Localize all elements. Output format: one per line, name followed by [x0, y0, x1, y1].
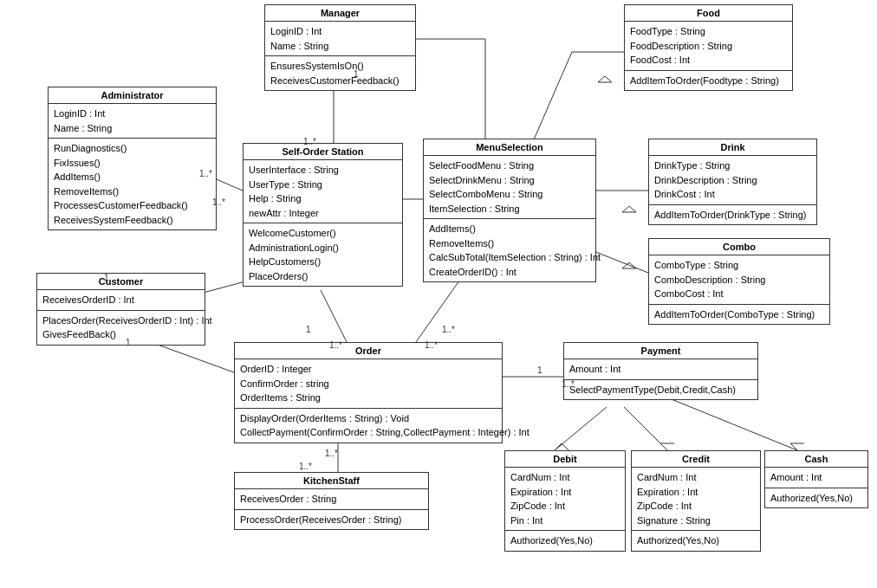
manager-attr-1: Name : String	[270, 39, 410, 54]
ms-method-3: CreateOrderID() : Int	[429, 265, 590, 280]
credit-method-0: Authorized(Yes,No)	[637, 533, 755, 548]
ks-method-0: ProcessOrder(ReceivesOrder : String)	[240, 513, 423, 527]
manager-attr-0: LoginID : Int	[270, 24, 410, 39]
customer-methods: PlacesOrder(ReceivesOrderID : Int) : Int…	[37, 311, 205, 345]
combo-class: Combo ComboType : String ComboDescriptio…	[648, 238, 830, 325]
credit-methods: Authorized(Yes,No)	[632, 531, 760, 551]
drink-title: Drink	[649, 139, 816, 156]
order-title: Order	[235, 343, 502, 359]
credit-class: Credit CardNum : Int Expiration : Int Zi…	[631, 450, 761, 552]
combo-methods: AddItemToOrder(ComboType : String)	[649, 305, 829, 325]
customer-method-1: GivesFeedBack()	[42, 327, 199, 342]
svg-line-15	[555, 407, 607, 450]
ms-method-0: AddItems()	[429, 222, 590, 236]
menu-selection-title: MenuSelection	[424, 139, 595, 156]
combo-title: Combo	[649, 239, 829, 255]
food-methods: AddItemToOrder(Foodtype : String)	[625, 71, 792, 91]
cash-method-0: Authorized(Yes,No)	[770, 491, 862, 506]
combo-attr-1: ComboDescription : String	[654, 273, 824, 288]
debit-attrs: CardNum : Int Expiration : Int ZipCode :…	[505, 468, 625, 531]
multiplicity-sos-order-1star: 1..*	[329, 340, 342, 350]
credit-attr-0: CardNum : Int	[637, 470, 755, 485]
order-attr-0: OrderID : Integer	[240, 362, 497, 377]
sos-attr-3: newAttr : Integer	[249, 206, 397, 221]
administrator-attrs: LoginID : Int Name : String	[49, 104, 216, 139]
payment-class: Payment Amount : Int SelectPaymentType(D…	[563, 342, 758, 400]
payment-method-0: SelectPaymentType(Debit,Credit,Cash)	[569, 383, 752, 397]
food-attrs: FoodType : String FoodDescription : Stri…	[625, 22, 792, 71]
ms-attr-2: SelectComboMenu : String	[429, 187, 590, 202]
debit-methods: Authorized(Yes,No)	[505, 531, 625, 551]
sos-attr-2: Help : String	[249, 191, 397, 206]
cash-attr-0: Amount : Int	[770, 470, 862, 485]
payment-attrs: Amount : Int	[564, 359, 757, 380]
uml-diagram: Manager LoginID : Int Name : String Ensu…	[0, 0, 877, 588]
debit-attr-3: Pin : Int	[510, 514, 620, 528]
administrator-class: Administrator LoginID : Int Name : Strin…	[48, 87, 217, 230]
administrator-method-4: ProcessesCustomerFeedback()	[54, 198, 211, 213]
combo-attr-0: ComboType : String	[654, 258, 824, 273]
food-attr-0: FoodType : String	[630, 24, 787, 39]
sos-method-0: WelcomeCustomer()	[249, 226, 397, 241]
order-method-0: DisplayOrder(OrderItems : String) : Void	[240, 411, 497, 426]
sos-attr-0: UserInterface : String	[249, 163, 397, 178]
ms-method-1: RemoveItems()	[429, 236, 590, 251]
multiplicity-order-payment-1: 1	[537, 365, 542, 375]
manager-methods: EnsuresSystemIsOn() ReceivesCustomerFeed…	[265, 56, 415, 90]
sos-method-1: AdministrationLogin()	[249, 241, 397, 255]
multiplicity-admin-1star: 1..*	[199, 169, 212, 178]
administrator-method-3: RemoveItems()	[54, 184, 211, 199]
drink-attr-1: DrinkDescription : String	[654, 173, 811, 188]
drink-class: Drink DrinkType : String DrinkDescriptio…	[648, 139, 817, 225]
debit-attr-1: Expiration : Int	[510, 485, 620, 500]
payment-methods: SelectPaymentType(Debit,Credit,Cash)	[564, 380, 757, 400]
self-order-station-class: Self-Order Station UserInterface : Strin…	[243, 143, 403, 287]
ms-attr-1: SelectDrinkMenu : String	[429, 173, 590, 188]
customer-attr-0: ReceivesOrderID : Int	[42, 293, 199, 307]
credit-attr-1: Expiration : Int	[637, 485, 755, 500]
manager-method-1: ReceivesCustomerFeedback()	[270, 74, 410, 88]
credit-attr-2: ZipCode : Int	[637, 499, 755, 514]
manager-title: Manager	[265, 5, 415, 22]
drink-attr-2: DrinkCost : Int	[654, 187, 811, 202]
cash-title: Cash	[765, 451, 867, 468]
order-attr-1: ConfirmOrder : string	[240, 377, 497, 391]
administrator-method-5: ReceivesSystemFeedback()	[54, 213, 211, 228]
multiplicity-order-kitchen-1star: 1..*	[299, 462, 312, 471]
administrator-method-2: AddItems()	[54, 170, 211, 184]
multiplicity-customer-1: 1	[104, 273, 109, 282]
administrator-attr-1: Name : String	[54, 121, 211, 136]
kitchen-staff-title: KitchenStaff	[235, 473, 428, 489]
food-method-0: AddItemToOrder(Foodtype : String)	[630, 74, 787, 88]
multiplicity-sos-1star: 1..*	[303, 137, 316, 146]
self-order-station-title: Self-Order Station	[244, 144, 402, 160]
svg-line-11	[321, 290, 347, 342]
menu-selection-attrs: SelectFoodMenu : String SelectDrinkMenu …	[424, 156, 595, 219]
customer-attrs: ReceivesOrderID : Int	[37, 290, 205, 311]
menu-selection-methods: AddItems() RemoveItems() CalcSubTotal(It…	[424, 219, 595, 281]
manager-attrs: LoginID : Int Name : String	[265, 22, 415, 56]
ms-attr-0: SelectFoodMenu : String	[429, 158, 590, 173]
combo-attr-2: ComboCost : Int	[654, 287, 824, 301]
svg-marker-18	[598, 76, 612, 82]
multiplicity-manager-1: 1	[354, 69, 359, 79]
debit-title: Debit	[505, 451, 625, 468]
order-methods: DisplayOrder(OrderItems : String) : Void…	[235, 409, 502, 443]
customer-title: Customer	[37, 274, 205, 290]
food-attr-2: FoodCost : Int	[630, 53, 787, 68]
self-order-station-methods: WelcomeCustomer() AdministrationLogin() …	[244, 223, 402, 286]
combo-method-0: AddItemToOrder(ComboType : String)	[654, 307, 824, 322]
svg-marker-20	[622, 262, 636, 268]
credit-attrs: CardNum : Int Expiration : Int ZipCode :…	[632, 468, 760, 531]
sos-method-2: HelpCustomers()	[249, 255, 397, 269]
ms-attr-3: ItemSelection : String	[429, 202, 590, 216]
debit-method-0: Authorized(Yes,No)	[510, 533, 620, 548]
drink-method-0: AddItemToOrder(DrinkType : String)	[654, 208, 811, 223]
cash-attrs: Amount : Int	[765, 468, 867, 488]
svg-line-16	[624, 407, 667, 450]
payment-attr-0: Amount : Int	[569, 362, 752, 377]
food-class: Food FoodType : String FoodDescription :…	[624, 4, 793, 91]
debit-class: Debit CardNum : Int Expiration : Int Zip…	[504, 450, 626, 552]
manager-class: Manager LoginID : Int Name : String Ensu…	[264, 4, 416, 91]
food-attr-1: FoodDescription : String	[630, 39, 787, 54]
